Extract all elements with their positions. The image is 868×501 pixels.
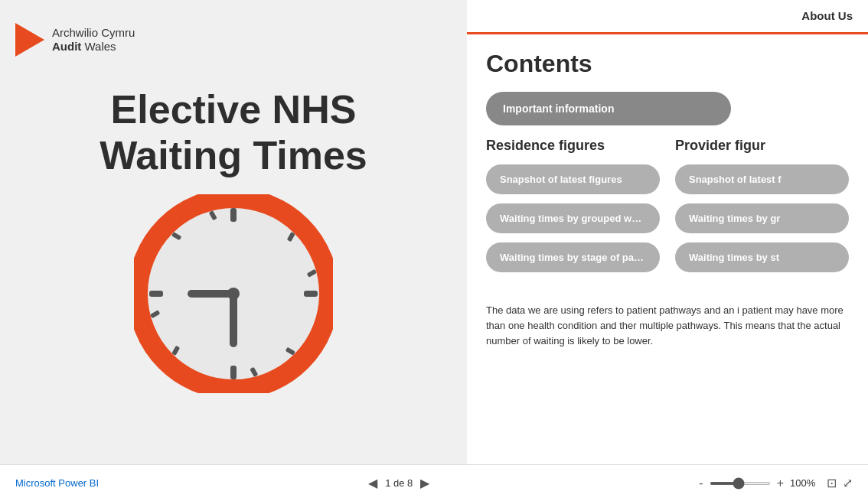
provider-column: Provider figur Snapshot of latest f Wait…	[675, 138, 849, 281]
fit-screen-button[interactable]: ⊡	[827, 476, 837, 490]
left-panel: Archwilio Cymru Audit Wales Elective NHS…	[0, 0, 467, 464]
logo-line-1: Archwilio Cymru	[52, 26, 135, 40]
provider-column-title: Provider figur	[675, 138, 849, 154]
svg-rect-3	[230, 366, 237, 379]
svg-point-15	[227, 288, 240, 300]
stage-pathway-residence-button[interactable]: Waiting times by stage of pathway	[486, 242, 660, 272]
page-info: 1 de 8	[385, 477, 413, 489]
powerbi-link[interactable]: Microsoft Power BI	[15, 477, 99, 489]
clock-illustration	[134, 194, 333, 393]
content-area: Contents Important information Residence…	[467, 34, 868, 464]
right-panel: About Us Contents Important information …	[467, 0, 868, 464]
logo-line-2: Audit Wales	[52, 40, 135, 54]
title-line-2: Waiting Times	[100, 133, 367, 179]
bottom-bar: Microsoft Power BI ◀ 1 de 8 ▶ - + 100% ⊡…	[0, 464, 868, 501]
snapshot-provider-button[interactable]: Snapshot of latest f	[675, 164, 849, 194]
pagination-area: ◀ 1 de 8 ▶	[368, 476, 429, 490]
zoom-area: - + 100% ⊡ ⤢	[699, 476, 853, 490]
prev-page-button[interactable]: ◀	[368, 476, 377, 490]
snapshot-residence-button[interactable]: Snapshot of latest figures	[486, 164, 660, 194]
title-line-1: Elective NHS	[100, 87, 367, 133]
next-page-button[interactable]: ▶	[420, 476, 429, 490]
zoom-level-label: 100%	[790, 477, 821, 489]
clock-svg	[134, 194, 333, 393]
svg-rect-2	[304, 291, 318, 297]
grouped-weeks-residence-button[interactable]: Waiting times by grouped weeks	[486, 203, 660, 233]
logo-triangle-icon	[15, 23, 44, 57]
logo-area: Archwilio Cymru Audit Wales	[15, 23, 135, 57]
contents-title: Contents	[486, 50, 849, 78]
svg-rect-4	[149, 291, 163, 297]
columns-container: Residence figures Snapshot of latest fig…	[486, 138, 849, 281]
important-info-button[interactable]: Important information	[486, 92, 731, 125]
stage-pathway-provider-button[interactable]: Waiting times by st	[675, 242, 849, 272]
svg-rect-1	[230, 208, 237, 222]
residence-column-title: Residence figures	[486, 138, 660, 154]
zoom-out-button[interactable]: -	[699, 477, 703, 490]
grouped-weeks-provider-button[interactable]: Waiting times by gr	[675, 203, 849, 233]
top-navigation: About Us	[467, 0, 868, 34]
logo-text: Archwilio Cymru Audit Wales	[52, 26, 135, 54]
hero-title: Elective NHS Waiting Times	[100, 87, 367, 179]
info-paragraph: The data we are using refers to patient …	[486, 295, 849, 349]
zoom-in-button[interactable]: +	[777, 477, 784, 490]
zoom-slider[interactable]	[710, 482, 771, 485]
residence-column: Residence figures Snapshot of latest fig…	[486, 138, 660, 281]
about-us-link[interactable]: About Us	[801, 9, 853, 22]
expand-button[interactable]: ⤢	[843, 476, 853, 490]
